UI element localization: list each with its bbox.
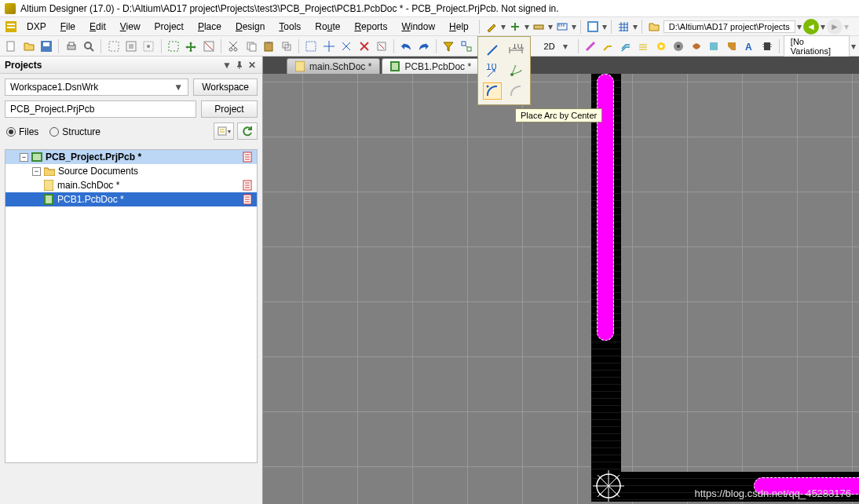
- panel-pin-icon[interactable]: [234, 60, 245, 71]
- view-mode-text[interactable]: 2D: [544, 42, 555, 51]
- select-inside-icon[interactable]: [166, 38, 181, 55]
- project-tree[interactable]: − PCB_Project.PrjPcb * − Source Document…: [5, 149, 258, 463]
- menu-window[interactable]: Window: [395, 20, 441, 34]
- save-icon[interactable]: [38, 38, 54, 55]
- panel-refresh-icon[interactable]: [237, 122, 258, 140]
- redo-icon[interactable]: [416, 38, 432, 55]
- menu-help[interactable]: Help: [443, 20, 475, 34]
- place-arc-center-icon[interactable]: [483, 82, 502, 100]
- origin-crosshair-icon: [593, 470, 624, 502]
- workspace-combo[interactable]: Workspace1.DsnWrk ▼: [5, 79, 188, 96]
- place-dimension-icon[interactable]: 10,10: [506, 42, 525, 59]
- undo-icon[interactable]: [398, 38, 414, 55]
- grid-dropdown-icon[interactable]: [616, 19, 631, 35]
- interactive-route-icon[interactable]: [600, 38, 616, 55]
- plus-dropdown-icon[interactable]: [507, 19, 523, 35]
- duplicate-icon[interactable]: [278, 38, 294, 55]
- diff-pair-icon[interactable]: [618, 38, 634, 55]
- menu-design[interactable]: Design: [229, 20, 271, 34]
- place-origin-icon[interactable]: [506, 62, 525, 79]
- panel-dropdown-icon[interactable]: ▼: [221, 60, 232, 71]
- tree-file-schdoc[interactable]: main.SchDoc *: [5, 178, 257, 192]
- zoom-fit-icon[interactable]: [123, 38, 139, 55]
- ruler-dropdown-icon[interactable]: [531, 19, 546, 35]
- preview-icon[interactable]: [81, 38, 97, 55]
- place-arc-edge-icon[interactable]: [506, 82, 525, 100]
- region-icon[interactable]: [723, 38, 739, 55]
- svg-rect-22: [169, 42, 178, 51]
- tree-folder[interactable]: − Source Documents: [5, 164, 257, 178]
- svg-rect-54: [33, 154, 41, 160]
- move-icon[interactable]: [183, 38, 199, 55]
- component-icon[interactable]: [758, 38, 774, 55]
- cross-probe-icon[interactable]: [459, 38, 474, 55]
- string-icon[interactable]: A: [741, 38, 757, 55]
- zoom-selected-icon[interactable]: [141, 38, 156, 55]
- menu-tools[interactable]: Tools: [272, 20, 307, 34]
- collapse-icon[interactable]: −: [32, 167, 41, 176]
- panel-icon[interactable]: [585, 19, 601, 35]
- panel-settings-icon[interactable]: ▾: [214, 122, 234, 140]
- menu-dxp[interactable]: DXP: [20, 20, 53, 34]
- project-combo[interactable]: PCB_Project.PrjPcb: [5, 100, 196, 118]
- menu-view[interactable]: View: [114, 20, 147, 34]
- place-coord-icon[interactable]: 10: [483, 62, 502, 79]
- panel-close-icon[interactable]: ✕: [247, 60, 258, 71]
- pcb-canvas[interactable]: https://blog.csdn.net/qq_45283176: [263, 74, 859, 504]
- radio-files[interactable]: Files: [6, 126, 38, 137]
- pcbdoc-icon: [43, 194, 54, 205]
- pad-icon[interactable]: [671, 38, 686, 55]
- collapse-icon[interactable]: −: [20, 153, 28, 162]
- paste-icon[interactable]: [261, 38, 276, 55]
- tab-pcbdoc[interactable]: PCB1.PcbDoc *: [382, 58, 480, 74]
- menu-route[interactable]: Route: [309, 20, 346, 34]
- lasso-icon[interactable]: [338, 38, 354, 55]
- svg-rect-59: [46, 195, 52, 203]
- open-icon[interactable]: [20, 38, 36, 55]
- document-tabs: main.SchDoc * PCB1.PcbDoc *: [263, 57, 859, 74]
- drag-icon[interactable]: [320, 38, 336, 55]
- menu-place[interactable]: Place: [192, 20, 228, 34]
- menu-project[interactable]: Project: [148, 20, 190, 34]
- svg-rect-3: [534, 25, 543, 29]
- dxp-icon[interactable]: [3, 19, 19, 35]
- project-button[interactable]: Project: [201, 100, 258, 118]
- tab-schdoc[interactable]: main.SchDoc *: [287, 58, 380, 74]
- svg-point-21: [147, 45, 150, 48]
- multi-route-icon[interactable]: [635, 38, 651, 55]
- track-icon[interactable]: [583, 38, 598, 55]
- svg-rect-48: [762, 44, 764, 45]
- menu-reports[interactable]: Reports: [348, 20, 393, 34]
- workspace-button[interactable]: Workspace: [193, 79, 258, 96]
- nav-back-icon[interactable]: ◄: [803, 19, 819, 35]
- via-icon[interactable]: [653, 38, 669, 55]
- fill-icon[interactable]: [689, 38, 704, 55]
- clear-icon[interactable]: [356, 38, 371, 55]
- copy-icon[interactable]: [243, 38, 259, 55]
- zoom-region-icon[interactable]: [105, 38, 121, 55]
- polygon-icon[interactable]: [706, 38, 722, 55]
- cut-icon[interactable]: [225, 38, 241, 55]
- tree-project-root[interactable]: − PCB_Project.PrjPcb *: [5, 150, 257, 164]
- place-line-icon[interactable]: [483, 42, 502, 59]
- menu-edit[interactable]: Edit: [83, 20, 112, 34]
- path-crumb[interactable]: D:\Altium\AD17 project\Projects: [663, 20, 795, 33]
- deselect-icon[interactable]: [201, 38, 217, 55]
- variations-combo[interactable]: [No Variations]: [784, 35, 850, 57]
- tree-label: main.SchDoc *: [57, 180, 119, 191]
- select-touch-icon[interactable]: [303, 38, 319, 55]
- radio-structure[interactable]: Structure: [49, 126, 101, 137]
- scale-dropdown-icon[interactable]: [554, 19, 570, 35]
- clear-filter-icon[interactable]: [374, 38, 389, 55]
- pencil-dropdown-icon[interactable]: [484, 19, 499, 35]
- tree-file-pcbdoc[interactable]: PCB1.PcbDoc *: [5, 192, 257, 206]
- menu-file[interactable]: File: [54, 20, 82, 34]
- folder-icon[interactable]: [646, 19, 662, 35]
- panel-title: Projects: [5, 60, 42, 71]
- toolbar: Altium S 2D ▾ A [No Variations] ▾: [0, 36, 859, 57]
- new-icon[interactable]: [3, 38, 19, 55]
- print-icon[interactable]: [63, 38, 79, 55]
- filter-build-icon[interactable]: [440, 38, 456, 55]
- svg-point-26: [234, 48, 237, 51]
- workspace-name: Workspace1.DsnWrk: [10, 82, 98, 93]
